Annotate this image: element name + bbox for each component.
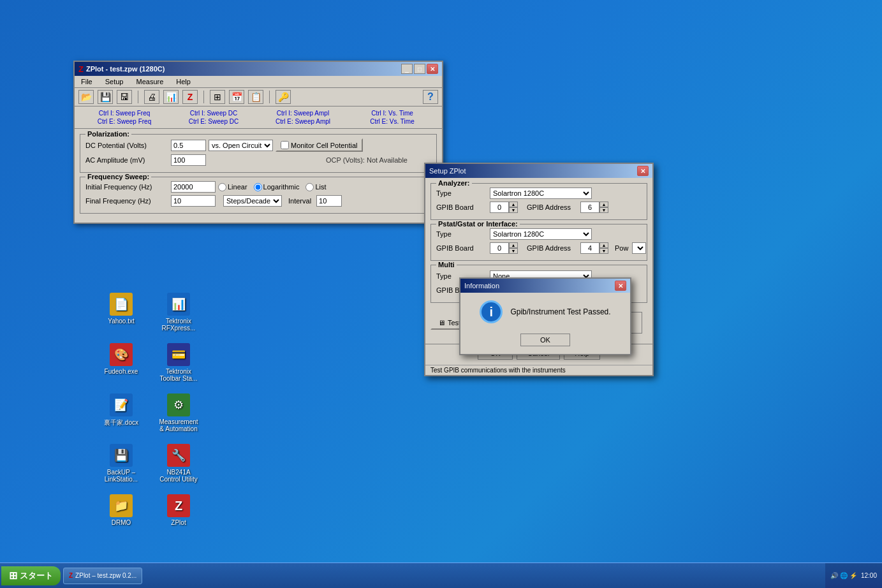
clock: 12:00 bbox=[861, 572, 877, 579]
print-button[interactable]: 🖨 bbox=[144, 90, 159, 104]
tool4-button[interactable]: 🔑 bbox=[276, 90, 291, 104]
pstat-gpib-board-up[interactable]: ▲ bbox=[509, 242, 518, 248]
quick-link-ctrl-e-sweep-dc[interactable]: Ctrl E: Sweep DC bbox=[169, 117, 258, 126]
desktop: 📄 Yahoo.txt 📊 Tektronix RFXpress... 🎨 Fu… bbox=[0, 0, 882, 588]
pstat-section-label: Pstat/Gstat or Interface: bbox=[436, 220, 520, 228]
desktop-icon-tektronix-toolbar[interactable]: 💳 Tektronix Toolbar Sta... bbox=[156, 341, 201, 385]
dc-potential-input[interactable] bbox=[171, 140, 206, 151]
polarization-label: Polarization: bbox=[85, 130, 131, 138]
close-button[interactable]: ✕ bbox=[427, 64, 438, 74]
monitor-cell-potential-checkbox[interactable] bbox=[281, 141, 289, 149]
steps-decade-select[interactable]: Steps/Decade Steps Total bbox=[223, 195, 282, 207]
taskbar-apps: Z ZPlot – test.zpw 0.2... bbox=[61, 568, 825, 584]
analyzer-type-select[interactable]: Solartron 1280C bbox=[490, 187, 592, 199]
menu-help[interactable]: Help bbox=[172, 77, 195, 86]
pstat-type-label: Type bbox=[436, 230, 487, 238]
quick-link-ctrl-e-sweep-freq[interactable]: Ctrl E: Sweep Freq bbox=[80, 117, 169, 126]
desktop-icon-backup[interactable]: 💾 BackUP – LinkStatio... bbox=[99, 441, 143, 485]
analyzer-gpib-board-down[interactable]: ▼ bbox=[509, 207, 518, 213]
desktop-icon-nb241a[interactable]: 🔧 NB241A Control Utility bbox=[156, 441, 201, 485]
zplot-main-window: Z ZPlot - test.zpw (1280C) _ □ ✕ File Se… bbox=[73, 61, 443, 224]
info-dialog-titlebar: Information ✕ bbox=[460, 279, 630, 293]
chart-button[interactable]: 📊 bbox=[163, 90, 179, 104]
toolbar-separator-2 bbox=[203, 91, 204, 103]
log-radio-label[interactable]: Logarithmic bbox=[254, 183, 300, 191]
final-freq-label: Final Frequency (Hz) bbox=[85, 197, 168, 205]
desktop-icon-measurement[interactable]: ⚙ Measurement & Automation bbox=[156, 391, 201, 435]
ac-amplitude-label: AC Amplitude (mV) bbox=[85, 156, 168, 164]
mux-section-label: Multi bbox=[436, 261, 457, 268]
tool2-button[interactable]: 📅 bbox=[229, 90, 244, 104]
menu-file[interactable]: File bbox=[77, 77, 96, 86]
desktop-icon-drmo[interactable]: 📁 DRMO bbox=[99, 492, 143, 529]
tool1-button[interactable]: ⊞ bbox=[210, 90, 225, 104]
setup-dialog-close[interactable]: ✕ bbox=[637, 166, 649, 176]
interval-input[interactable] bbox=[316, 195, 342, 207]
setup-status-bar: Test GPIB communications with the instru… bbox=[425, 365, 652, 375]
z-button[interactable]: Z bbox=[182, 90, 198, 104]
desktop-icon-fudeoh[interactable]: 🎨 Fudeoh.exe bbox=[99, 341, 143, 385]
analyzer-gpib-address-spinner: ▲ ▼ bbox=[580, 202, 608, 213]
desktop-icon-zplot[interactable]: Z ZPlot bbox=[156, 492, 201, 529]
quick-link-ctrl-e-vs-time[interactable]: Ctrl E: Vs. Time bbox=[348, 117, 437, 126]
analyzer-gpib-board-input[interactable] bbox=[490, 202, 509, 213]
pstat-gpib-board-label: GPIB Board bbox=[436, 244, 487, 252]
ac-amplitude-row: AC Amplitude (mV) OCP (Volts): Not Avail… bbox=[85, 154, 431, 166]
win-content: Polarization: DC Potential (Volts) vs. O… bbox=[75, 129, 442, 223]
taskbar-app-zplot[interactable]: Z ZPlot – test.zpw 0.2... bbox=[63, 568, 142, 584]
pstat-gpib-board-spinner: ▲ ▼ bbox=[490, 242, 518, 254]
tool3-button[interactable]: 📋 bbox=[248, 90, 263, 104]
list-radio[interactable] bbox=[305, 183, 314, 191]
linear-radio[interactable] bbox=[218, 183, 226, 191]
pstat-gpib-address-input[interactable] bbox=[580, 242, 599, 254]
help-icon-button[interactable]: ? bbox=[423, 90, 438, 104]
desktop-icon-docx[interactable]: 📝 裏千家.docx bbox=[99, 391, 143, 435]
final-freq-input[interactable] bbox=[171, 195, 216, 207]
desktop-icons: 📄 Yahoo.txt 📊 Tektronix RFXpress... 🎨 Fu… bbox=[99, 290, 207, 529]
save-button[interactable]: 💾 bbox=[98, 90, 113, 104]
analyzer-gpib-board-up[interactable]: ▲ bbox=[509, 202, 518, 207]
open-button[interactable]: 📂 bbox=[78, 90, 94, 104]
menu-setup[interactable]: Setup bbox=[101, 77, 128, 86]
info-dialog-close[interactable]: ✕ bbox=[615, 281, 626, 291]
save2-button[interactable]: 🖫 bbox=[117, 90, 132, 104]
quick-link-ctrl-i-sweep-dc[interactable]: Ctrl I: Sweep DC bbox=[169, 109, 258, 117]
initial-freq-input[interactable] bbox=[171, 181, 216, 193]
monitor-cell-potential-label: Monitor Cell Potential bbox=[291, 142, 358, 149]
pstat-gpib-address-down[interactable]: ▼ bbox=[599, 248, 608, 254]
menu-measure[interactable]: Measure bbox=[132, 77, 167, 86]
analyzer-gpib-address-input[interactable] bbox=[580, 202, 599, 213]
quick-link-ctrl-i-sweep-ampl[interactable]: Ctrl I: Sweep Ampl bbox=[258, 109, 348, 117]
pstat-gpib-board-input[interactable] bbox=[490, 242, 509, 254]
ac-amplitude-input[interactable] bbox=[171, 154, 206, 166]
quick-link-ctrl-e-sweep-ampl[interactable]: Ctrl E: Sweep Ampl bbox=[258, 117, 348, 126]
power-select[interactable] bbox=[632, 242, 646, 254]
pstat-gpib-address-btns: ▲ ▼ bbox=[599, 242, 608, 254]
info-ok-button[interactable]: OK bbox=[520, 334, 570, 346]
minimize-button[interactable]: _ bbox=[401, 64, 413, 74]
analyzer-gpib-address-up[interactable]: ▲ bbox=[599, 202, 608, 207]
pstat-type-select[interactable]: Solartron 1280C bbox=[490, 228, 592, 240]
pstat-gpib-address-spinner: ▲ ▼ bbox=[580, 242, 608, 254]
quick-link-ctrl-i-vs-time[interactable]: Ctrl I: Vs. Time bbox=[348, 109, 437, 117]
linear-radio-label[interactable]: Linear bbox=[218, 183, 247, 191]
pstat-gpib-board-down[interactable]: ▼ bbox=[509, 248, 518, 254]
tray-icons: 🔊 🌐 ⚡ bbox=[830, 572, 857, 579]
info-dialog-content: i Gpib/Instrument Test Passed. OK bbox=[460, 293, 630, 354]
interval-label: Interval bbox=[288, 197, 311, 205]
setup-dialog-titlebar: Setup ZPlot ✕ bbox=[425, 164, 652, 178]
frequency-sweep-label: Frequency Sweep: bbox=[85, 173, 151, 180]
analyzer-gpib-address-down[interactable]: ▼ bbox=[599, 207, 608, 213]
log-radio[interactable] bbox=[254, 183, 262, 191]
list-radio-label[interactable]: List bbox=[305, 183, 326, 191]
desktop-icon-yahoo[interactable]: 📄 Yahoo.txt bbox=[99, 290, 143, 334]
zplot-title: Z ZPlot - test.zpw (1280C) bbox=[78, 64, 165, 74]
ocp-value: OCP (Volts): Not Available bbox=[326, 156, 408, 164]
pstat-gpib-address-up[interactable]: ▲ bbox=[599, 242, 608, 248]
start-button[interactable]: ⊞ スタート bbox=[1, 566, 61, 585]
desktop-icon-tektronix[interactable]: 📊 Tektronix RFXpress... bbox=[156, 290, 201, 334]
taskbar: ⊞ スタート Z ZPlot – test.zpw 0.2... 🔊 🌐 ⚡ 1… bbox=[0, 562, 882, 588]
vs-option-select[interactable]: vs. Open Circuit vs. Reference bbox=[209, 140, 273, 151]
maximize-button[interactable]: □ bbox=[414, 64, 425, 74]
quick-link-ctrl-i-sweep-freq[interactable]: Ctrl I: Sweep Freq bbox=[80, 109, 169, 117]
